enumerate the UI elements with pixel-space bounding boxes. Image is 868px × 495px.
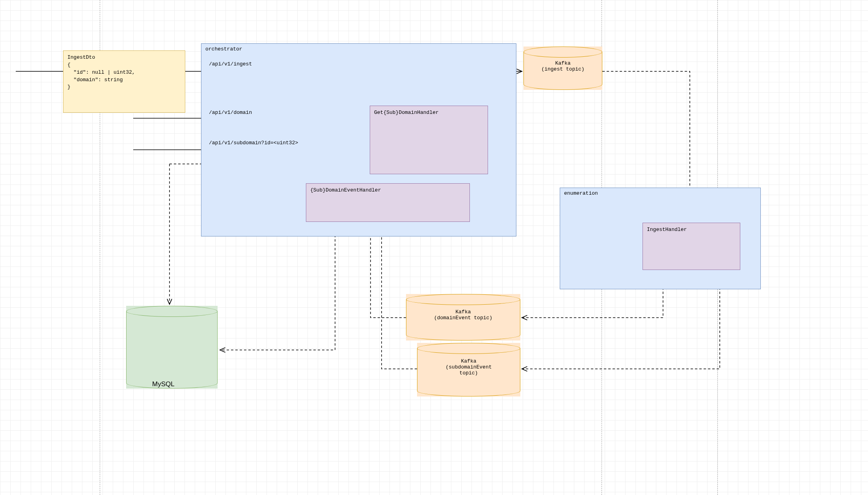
kafka-subdomain-cylinder: Kafka (subdomainEvent topic) bbox=[417, 343, 520, 396]
kafka-domain-cylinder: Kafka (domainEvent topic) bbox=[406, 294, 520, 341]
mysql-label: MySQL bbox=[152, 380, 175, 388]
mysql-cylinder bbox=[126, 306, 218, 389]
enumeration-label: enumeration bbox=[564, 190, 598, 196]
ingest-dto-box: IngestDto { "id": null | uint32, "domain… bbox=[63, 50, 185, 113]
kafka-ingest-cylinder: Kafka (ingest topic) bbox=[523, 47, 602, 90]
orchestrator-label: orchestrator bbox=[205, 46, 242, 52]
domain-event-handler-box: {Sub}DomainEventHandler bbox=[306, 183, 470, 222]
get-domain-handler-box: Get{Sub}DomainHandler bbox=[370, 106, 488, 174]
ingest-handler-box: IngestHandler bbox=[643, 223, 740, 270]
kafka-subdomain-label: Kafka (subdomainEvent topic) bbox=[445, 358, 492, 376]
kafka-domain-label: Kafka (domainEvent topic) bbox=[434, 309, 492, 321]
api-domain-label: /api/v1/domain bbox=[209, 110, 252, 115]
kafka-ingest-label: Kafka (ingest topic) bbox=[541, 60, 584, 72]
diagram-canvas: IngestDto { "id": null | uint32, "domain… bbox=[0, 0, 868, 495]
api-subdomain-label: /api/v1/subdomain?id=<uint32> bbox=[209, 140, 298, 146]
api-ingest-label: /api/v1/ingest bbox=[209, 61, 252, 67]
